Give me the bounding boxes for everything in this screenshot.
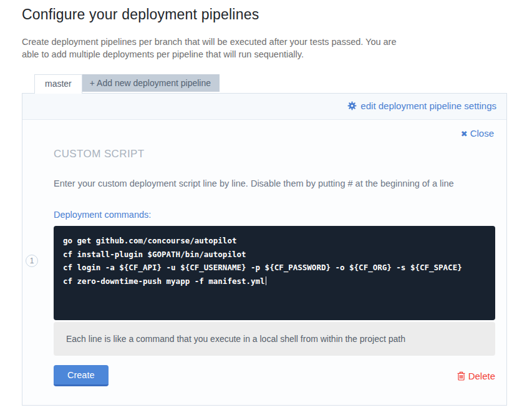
script-instructions: Enter your custom deployment script line… — [54, 178, 494, 188]
script-line: cf install-plugin $GOPATH/bin/autopilot — [63, 250, 246, 259]
edit-pipeline-settings-link[interactable]: edit deployment pipeline settings — [347, 100, 496, 111]
deployment-script-input[interactable]: go get github.com/concourse/autopilot cf… — [54, 226, 495, 320]
help-text: Each line is like a command that you exe… — [66, 334, 405, 344]
tab-add-new-pipeline[interactable]: + Add new deployment pipeline — [82, 74, 220, 92]
script-line: go get github.com/concourse/autopilot — [63, 236, 236, 245]
close-link[interactable]: ✖Close — [461, 128, 494, 139]
delete-label: Delete — [468, 371, 495, 381]
close-icon: ✖ — [461, 129, 468, 139]
page: Configure your deployment pipelines Crea… — [0, 0, 510, 406]
deployment-commands-label: Deployment commands: — [54, 210, 494, 220]
pipeline-tabs: master + Add new deployment pipeline — [22, 74, 510, 93]
script-line: cf login -a ${CF_API} -u ${CF_USERNAME} … — [63, 263, 462, 272]
help-box: Each line is like a command that you exe… — [54, 322, 495, 356]
trash-icon — [457, 371, 465, 381]
gear-icon — [347, 101, 357, 110]
script-editor-wrap: 1 go get github.com/concourse/autopilot … — [54, 226, 494, 320]
tab-master[interactable]: master — [34, 74, 82, 94]
footer-row: Create — [54, 365, 495, 405]
page-description: Create deployment pipelines per branch t… — [22, 36, 412, 61]
panel-body: ✖Close CUSTOM SCRIPT Enter your custom d… — [22, 120, 506, 405]
close-label: Close — [470, 128, 494, 139]
text-cursor — [266, 276, 267, 285]
close-row: ✖Close — [54, 127, 494, 139]
script-line: cf zero-downtime-push myapp -f manifest.… — [63, 276, 265, 286]
page-title: Configure your deployment pipelines — [22, 6, 510, 23]
delete-link[interactable]: Delete — [457, 371, 495, 381]
pipeline-panel: edit deployment pipeline settings ✖Close… — [22, 93, 507, 406]
panel-header: edit deployment pipeline settings — [22, 94, 506, 120]
edit-pipeline-settings-label: edit deployment pipeline settings — [360, 100, 496, 111]
create-button[interactable]: Create — [54, 365, 109, 386]
step-number-badge: 1 — [26, 255, 38, 267]
section-title-custom-script: CUSTOM SCRIPT — [54, 148, 494, 160]
